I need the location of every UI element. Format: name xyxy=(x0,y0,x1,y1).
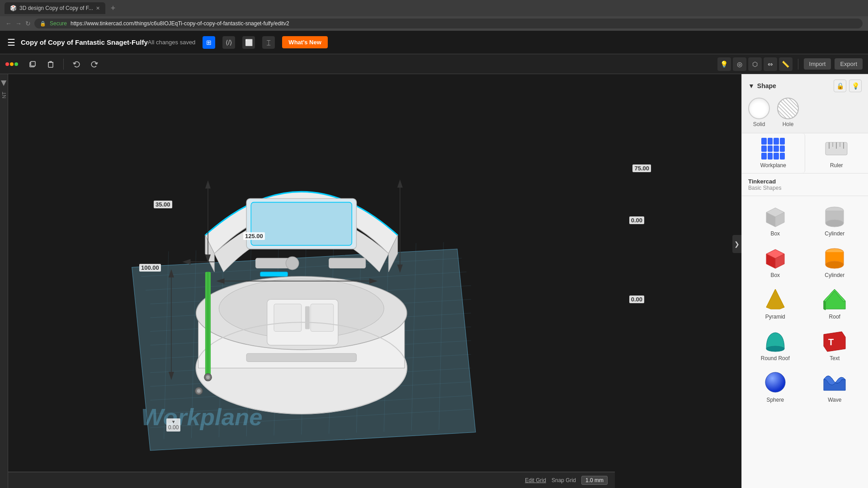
secure-icon: 🔒 xyxy=(40,21,46,27)
workplane-icon xyxy=(761,138,785,160)
shape-item-sphere[interactable]: Sphere xyxy=(745,366,805,408)
measure-button[interactable]: ⌶ xyxy=(262,36,275,49)
svg-rect-39 xyxy=(251,202,352,245)
svg-point-63 xyxy=(197,389,201,393)
svg-marker-93 xyxy=(824,332,845,352)
shape-item-pyramid[interactable]: Pyramid xyxy=(745,283,805,324)
svg-point-42 xyxy=(286,257,298,269)
address-bar: ← → ↻ 🔒 Secure https://www.tinkercad.com… xyxy=(0,16,868,31)
undo-button[interactable] xyxy=(69,57,84,71)
tab-close-button[interactable]: ✕ xyxy=(96,5,100,11)
hole-label: Hole xyxy=(783,121,794,127)
box-gray-icon xyxy=(763,204,788,228)
dim-label-height: 75.00 xyxy=(632,164,651,172)
library-top-row: Workplane Ruler xyxy=(742,133,868,174)
library-source: Tinkercad xyxy=(748,178,862,185)
target-button[interactable]: ◎ xyxy=(733,57,746,71)
svg-point-84 xyxy=(826,261,844,268)
menu-button[interactable]: ☰ xyxy=(7,37,15,48)
ruler-button-panel[interactable]: Ruler xyxy=(805,133,868,173)
bulb-button[interactable]: 💡 xyxy=(717,57,731,71)
tab-title: 3D design Copy of Copy of F... xyxy=(19,5,93,11)
ruler-button[interactable]: 📏 xyxy=(779,57,793,71)
secure-label: Secure xyxy=(50,20,67,27)
align-button[interactable]: ⬡ xyxy=(748,57,762,71)
shape-item-text[interactable]: T Text xyxy=(805,324,865,366)
dim-label-height2: 100.00 xyxy=(139,264,161,272)
text-3d-icon: T xyxy=(822,329,847,352)
shapes-grid: Box Cylinder xyxy=(742,196,868,411)
svg-rect-32 xyxy=(274,304,302,332)
browser-bar: 🎲 3D design Copy of Copy of F... ✕ + xyxy=(0,0,868,16)
box-red-icon xyxy=(763,246,788,269)
svg-point-92 xyxy=(766,346,784,352)
shape-item-roundroof[interactable]: Round Roof xyxy=(745,324,805,366)
dim-label-z: 0.00 xyxy=(629,216,644,224)
z-indicator: ▼ 0.00 xyxy=(166,418,180,432)
workplane-button[interactable]: Workplane xyxy=(742,133,805,173)
refresh-button[interactable]: ↻ xyxy=(25,20,31,27)
library-category: Basic Shapes xyxy=(748,185,862,191)
library-header: Tinkercad Basic Shapes xyxy=(742,174,868,196)
shape-color-button[interactable]: 💡 xyxy=(849,80,862,92)
solid-circle xyxy=(748,98,770,119)
shape-item-cylinder-orange[interactable]: Cylinder xyxy=(805,241,865,283)
edit-grid-button[interactable]: Edit Grid xyxy=(525,477,546,483)
svg-marker-46 xyxy=(205,180,211,188)
shape-name-box-red: Box xyxy=(770,272,780,278)
shape-name-wave: Wave xyxy=(828,397,841,403)
dim-label-depth: 125.00 xyxy=(243,232,265,240)
import-button[interactable]: Import xyxy=(804,58,831,70)
canvas-area[interactable]: Workplane 75.00 35.00 0.00 125.00 100.00… xyxy=(8,74,741,488)
shape-name-cylinder: Cylinder xyxy=(825,230,844,237)
delete-button[interactable] xyxy=(43,57,58,71)
svg-marker-53 xyxy=(182,259,190,264)
redo-button[interactable] xyxy=(87,57,102,71)
toolbar-separator-2 xyxy=(798,59,798,70)
dim-label-zero: 0.00 xyxy=(629,296,644,303)
3d-view-button[interactable]: ⟨/⟩ xyxy=(222,36,235,49)
svg-rect-43 xyxy=(260,272,288,277)
workplane-grid: Workplane xyxy=(8,74,741,488)
shape-item-wave[interactable]: Wave xyxy=(805,366,865,408)
shape-item-cylinder[interactable]: Cylinder xyxy=(805,200,865,241)
mirror-button[interactable]: ⇔ xyxy=(764,57,777,71)
camera-button[interactable]: ⬜ xyxy=(242,36,255,49)
ruler-panel-label: Ruler xyxy=(830,162,843,169)
collapse-button[interactable]: ▶ xyxy=(0,80,8,86)
z-value: 0.00 xyxy=(168,424,179,431)
svg-text:T: T xyxy=(828,337,834,347)
shape-name-pyramid: Pyramid xyxy=(765,314,785,320)
solid-label: Solid xyxy=(753,121,765,127)
panel-scroll-button[interactable]: ❯ xyxy=(732,235,741,253)
shape-item-roof[interactable]: Roof xyxy=(805,283,865,324)
snap-grid-value[interactable]: 1.0 mm xyxy=(581,476,608,485)
svg-marker-91 xyxy=(824,301,826,310)
solid-option[interactable]: Solid xyxy=(748,98,770,127)
duplicate-button[interactable] xyxy=(25,57,40,71)
new-tab-button[interactable]: + xyxy=(111,4,116,13)
svg-rect-35 xyxy=(246,353,356,361)
browser-tab[interactable]: 🎲 3D design Copy of Copy of F... ✕ xyxy=(5,2,105,14)
shape-panel-collapse[interactable]: ▼ xyxy=(748,82,755,89)
back-button[interactable]: ← xyxy=(5,20,12,27)
svg-point-76 xyxy=(826,220,844,227)
url-bar[interactable]: 🔒 Secure https://www.tinkercad.com/thing… xyxy=(34,19,863,28)
shape-item-box-gray[interactable]: Box xyxy=(745,200,805,241)
hole-option[interactable]: Hole xyxy=(777,98,799,127)
cylinder-icon xyxy=(822,204,847,228)
svg-rect-34 xyxy=(311,304,334,332)
sphere-icon xyxy=(763,371,788,394)
shape-name-text: Text xyxy=(830,355,840,361)
shape-lock-button[interactable]: 🔒 xyxy=(834,80,846,92)
svg-marker-50 xyxy=(397,179,403,188)
export-button[interactable]: Export xyxy=(835,58,863,70)
whats-new-button[interactable]: What's New xyxy=(282,36,327,48)
forward-button[interactable]: → xyxy=(15,20,22,27)
grid-view-button[interactable]: ⊞ xyxy=(203,36,215,49)
left-panel-tab[interactable]: NT xyxy=(1,92,7,99)
shapes-library: Workplane Ruler Tinkercad xyxy=(742,133,868,488)
left-sidebar: ▶ NT xyxy=(0,74,8,488)
svg-point-95 xyxy=(765,372,785,392)
shape-item-box-red[interactable]: Box xyxy=(745,241,805,283)
